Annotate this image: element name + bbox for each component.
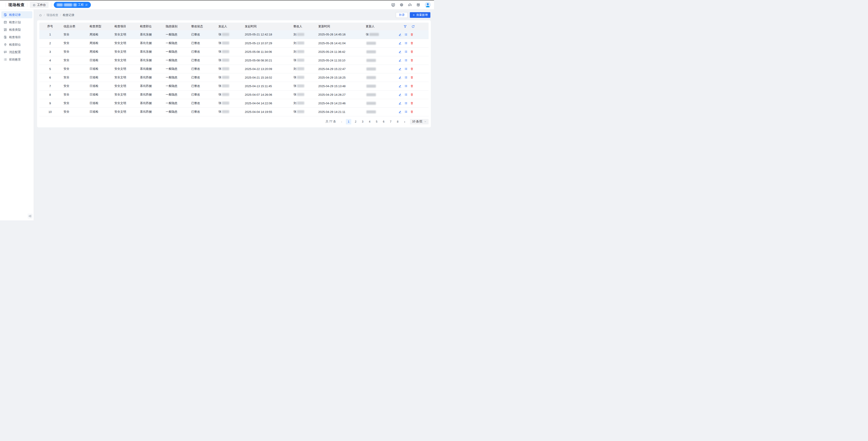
user-avatar[interactable]: [425, 2, 431, 8]
sidebar-item-4[interactable]: 检查项目: [1, 34, 32, 41]
cell-category: 安全: [61, 107, 87, 116]
cell-category: 安全: [61, 56, 87, 65]
view-detail-button[interactable]: [404, 67, 408, 70]
table-row: 6安全日巡检安全文明基坑西侧一般隐患已整改张2025-04-21 15:16:0…: [39, 73, 429, 82]
edit-record-button[interactable]: [399, 59, 402, 62]
page-size-select[interactable]: 10 条/页: [410, 119, 429, 125]
view-detail-button[interactable]: [404, 102, 408, 105]
delete-record-button[interactable]: [410, 41, 413, 45]
cell-location: 基坑东侧: [137, 47, 163, 56]
edit-record-button[interactable]: [399, 110, 402, 113]
pagination: 共 77 条 ‹ 12345678 › 10 条/页: [39, 119, 429, 125]
view-detail-button[interactable]: [404, 93, 408, 96]
cell-no: 1: [39, 30, 61, 39]
page-button-4[interactable]: 4: [367, 119, 372, 125]
delete-record-button[interactable]: [410, 67, 413, 70]
redacted-name: [366, 68, 376, 70]
cell-rectifier: 张: [291, 73, 315, 82]
redacted-name: [222, 84, 229, 88]
prev-page-button[interactable]: ‹: [339, 119, 344, 125]
redacted-name: [222, 41, 229, 44]
chevron-down-icon: [424, 121, 427, 123]
page-button-8[interactable]: 8: [395, 119, 400, 125]
gear-icon[interactable]: [400, 3, 403, 7]
view-detail-button[interactable]: [404, 76, 408, 79]
edit-record-button[interactable]: [399, 102, 402, 105]
delete-record-button[interactable]: [410, 102, 413, 105]
cell-rectifier: 张: [291, 90, 315, 99]
cell-rectifier: 刘: [291, 39, 315, 47]
cell-update-time: 2025-04-29 14:21:11: [315, 107, 363, 116]
page-button-2[interactable]: 2: [353, 119, 358, 125]
next-page-button[interactable]: ›: [402, 119, 407, 125]
view-detail-button[interactable]: [404, 59, 408, 62]
page-button-3[interactable]: 3: [360, 119, 365, 125]
batch-add-button[interactable]: 批量新增: [410, 12, 430, 18]
redacted-name: [222, 59, 229, 62]
cell-location: 基坑西侧: [137, 82, 163, 90]
cell-no: 8: [39, 90, 61, 99]
workbench-button[interactable]: 工作台: [30, 2, 49, 8]
refresh-button[interactable]: [411, 25, 415, 28]
monitor-icon[interactable]: [391, 3, 395, 7]
book-icon[interactable]: [416, 3, 420, 7]
view-detail-button[interactable]: [404, 33, 408, 36]
sidebar-item-2[interactable]: 检查计划: [1, 19, 32, 26]
cell-updater: [363, 107, 396, 116]
cell-type: 日巡检: [87, 73, 112, 82]
cell-rectifier: 张: [291, 56, 315, 65]
view-detail-button[interactable]: [404, 84, 408, 88]
redacted-name: [297, 41, 304, 44]
page-button-1[interactable]: 1: [346, 119, 351, 125]
cell-actions: [396, 99, 429, 107]
cell-type: 日巡检: [87, 90, 112, 99]
delete-record-button[interactable]: [410, 93, 413, 96]
sidebar-item-7[interactable]: 班前教育: [1, 56, 32, 63]
sidebar-item-3[interactable]: 检查类型: [1, 26, 32, 33]
sidebar-item-label: 检查部位: [9, 43, 21, 47]
edit-record-button[interactable]: [399, 76, 402, 79]
cell-category: 安全: [61, 39, 87, 47]
view-detail-button[interactable]: [404, 110, 408, 113]
edit-record-button[interactable]: [399, 41, 402, 45]
sidebar-item-1[interactable]: 检查记录: [1, 11, 32, 18]
patch-entry-button[interactable]: 补录: [396, 12, 408, 18]
edit-record-button[interactable]: [399, 50, 402, 53]
cloud-download-icon[interactable]: [408, 3, 412, 7]
cell-status: 已整改: [188, 56, 216, 65]
view-detail-button[interactable]: [404, 50, 408, 53]
page-button-6[interactable]: 6: [381, 119, 386, 125]
delete-record-button[interactable]: [410, 76, 413, 79]
breadcrumb-item[interactable]: 现场检查: [46, 13, 58, 17]
cell-initiate-time: 2025-05-21 12:42:18: [242, 30, 291, 39]
delete-record-button[interactable]: [410, 110, 413, 113]
redacted-name: [366, 102, 376, 105]
delete-record-button[interactable]: [410, 33, 413, 36]
page-button-7[interactable]: 7: [388, 119, 393, 125]
page-button-5[interactable]: 5: [374, 119, 379, 125]
cell-actions: [396, 82, 429, 90]
view-detail-button[interactable]: [404, 41, 408, 45]
cell-item: 安全文明: [112, 56, 137, 65]
edit-record-button[interactable]: [399, 67, 402, 70]
column-header: 序号: [39, 23, 61, 30]
delete-record-button[interactable]: [410, 59, 413, 62]
sidebar-item-5[interactable]: 检查部位: [1, 41, 32, 48]
cell-update-time: 2025-04-29 15:13:48: [315, 82, 363, 90]
filter-button[interactable]: [403, 25, 407, 28]
collapse-sidebar-button[interactable]: [28, 214, 33, 218]
cell-item: 安全文明: [112, 65, 137, 73]
edit-record-button[interactable]: [399, 84, 402, 88]
delete-record-button[interactable]: [410, 84, 413, 88]
table-row: 5安全日巡检安全文明基坑南侧一般隐患已整改张2025-04-22 13:20:0…: [39, 65, 429, 73]
delete-record-button[interactable]: [410, 50, 413, 53]
column-header: 更新时间: [315, 23, 363, 30]
edit-record-button[interactable]: [399, 33, 402, 36]
sidebar-item-6[interactable]: 消息配置: [1, 48, 32, 56]
breadcrumb-home-icon[interactable]: [39, 13, 42, 17]
project-switcher[interactable]: 工程: [54, 2, 91, 8]
cell-type: 周巡检: [87, 39, 112, 47]
shapes-icon: [4, 28, 7, 31]
cell-type: 日巡检: [87, 56, 112, 65]
edit-record-button[interactable]: [399, 93, 402, 96]
